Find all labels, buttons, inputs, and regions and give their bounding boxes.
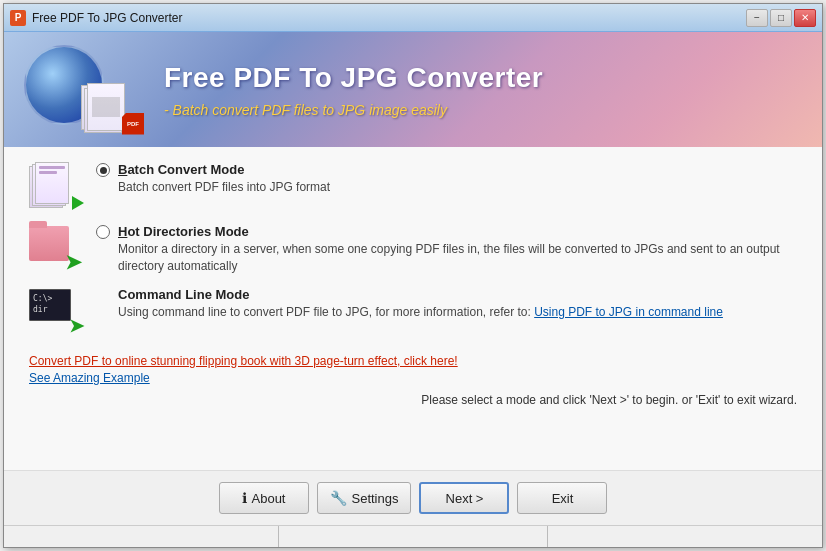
header-banner: PDF Free PDF To JPG Converter - Batch co…	[4, 32, 822, 147]
cmd-mode-item: C:\>dir ➤ Command Line Mode Using comman…	[29, 287, 797, 337]
titlebar-buttons: − □ ✕	[746, 9, 816, 27]
statusbar-pane-3	[548, 526, 817, 547]
main-window: P Free PDF To JPG Converter − □ ✕	[3, 3, 823, 548]
titlebar-left: P Free PDF To JPG Converter	[10, 10, 183, 26]
hot-arrow-icon: ➤	[65, 250, 82, 274]
titlebar-title: Free PDF To JPG Converter	[32, 11, 183, 25]
next-label: Next >	[446, 491, 484, 506]
batch-mode-icon	[29, 162, 84, 212]
titlebar: P Free PDF To JPG Converter − □ ✕	[4, 4, 822, 32]
cmd-mode-info: Command Line Mode Using command line to …	[118, 287, 797, 321]
toolbar: ℹ About 🔧 Settings Next > Exit	[4, 470, 822, 525]
hot-mode-title: Hot Directories Mode	[118, 224, 797, 239]
cmd-mode-title: Command Line Mode	[118, 287, 797, 302]
cmd-mode-content: Command Line Mode Using command line to …	[96, 287, 797, 321]
cmd-mode-spacer	[96, 289, 110, 303]
cmd-arrow-icon: ➤	[69, 315, 84, 337]
batch-mode-title: Batch Convert Mode	[118, 162, 797, 177]
batch-mode-info: Batch Convert Mode Batch convert PDF fil…	[118, 162, 797, 196]
next-button[interactable]: Next >	[419, 482, 509, 514]
header-subtitle: - Batch convert PDF files to JPG image e…	[164, 102, 543, 118]
hot-title-underline: H	[118, 224, 127, 239]
statusbar-pane-2	[279, 526, 549, 547]
batch-title-underline: B	[118, 162, 127, 177]
header-icon-group: PDF	[24, 45, 144, 135]
batch-icon-stack	[29, 162, 84, 212]
batch-mode-desc: Batch convert PDF files into JPG format	[118, 179, 797, 196]
batch-title-rest: atch Convert Mode	[127, 162, 244, 177]
statusbar-pane-1	[9, 526, 279, 547]
header-title: Free PDF To JPG Converter	[164, 62, 543, 94]
see-example-link[interactable]: See Amazing Example	[29, 371, 797, 385]
hot-title-rest: ot Directories Mode	[127, 224, 248, 239]
cmd-mode-desc: Using command line to convert PDF file t…	[118, 304, 797, 321]
status-text: Please select a mode and click 'Next >' …	[29, 393, 797, 407]
hot-mode-info: Hot Directories Mode Monitor a directory…	[118, 224, 797, 275]
hot-radio[interactable]	[96, 225, 110, 239]
minimize-button[interactable]: −	[746, 9, 768, 27]
about-icon: ℹ	[242, 490, 247, 506]
hot-mode-item: ➤ Hot Directories Mode Monitor a directo…	[29, 224, 797, 275]
promo-section: Convert PDF to online stunning flipping …	[29, 354, 797, 385]
pdf-stack: PDF	[79, 83, 144, 135]
cmd-line-link[interactable]: Using PDF to JPG in command line	[534, 305, 723, 319]
hot-icon-container: ➤	[29, 224, 84, 274]
folder-pink-icon	[29, 226, 69, 261]
hot-mode-content: Hot Directories Mode Monitor a directory…	[96, 224, 797, 275]
hot-mode-icon: ➤	[29, 224, 84, 274]
maximize-button[interactable]: □	[770, 9, 792, 27]
cmd-box: C:\>dir	[29, 289, 71, 321]
settings-icon: 🔧	[330, 490, 347, 506]
settings-label: Settings	[352, 491, 399, 506]
header-text: Free PDF To JPG Converter - Batch conver…	[164, 62, 543, 118]
header-icon-stack: PDF	[24, 45, 144, 135]
app-icon: P	[10, 10, 26, 26]
settings-button[interactable]: 🔧 Settings	[317, 482, 412, 514]
content-area: Batch Convert Mode Batch convert PDF fil…	[4, 147, 822, 470]
exit-button[interactable]: Exit	[517, 482, 607, 514]
close-button[interactable]: ✕	[794, 9, 816, 27]
cmd-text: C:\>dir	[33, 294, 52, 315]
hot-mode-desc: Monitor a directory in a server, when so…	[118, 241, 797, 275]
cmd-mode-icon: C:\>dir ➤	[29, 287, 84, 337]
about-button[interactable]: ℹ About	[219, 482, 309, 514]
about-label: About	[252, 491, 286, 506]
cmd-icon-container: C:\>dir ➤	[29, 287, 84, 337]
batch-mode-content: Batch Convert Mode Batch convert PDF fil…	[96, 162, 797, 196]
batch-radio[interactable]	[96, 163, 110, 177]
batch-mode-item: Batch Convert Mode Batch convert PDF fil…	[29, 162, 797, 212]
statusbar	[4, 525, 822, 547]
exit-label: Exit	[552, 491, 574, 506]
cmd-desc-text: Using command line to convert PDF file t…	[118, 305, 531, 319]
promo-link[interactable]: Convert PDF to online stunning flipping …	[29, 354, 797, 368]
